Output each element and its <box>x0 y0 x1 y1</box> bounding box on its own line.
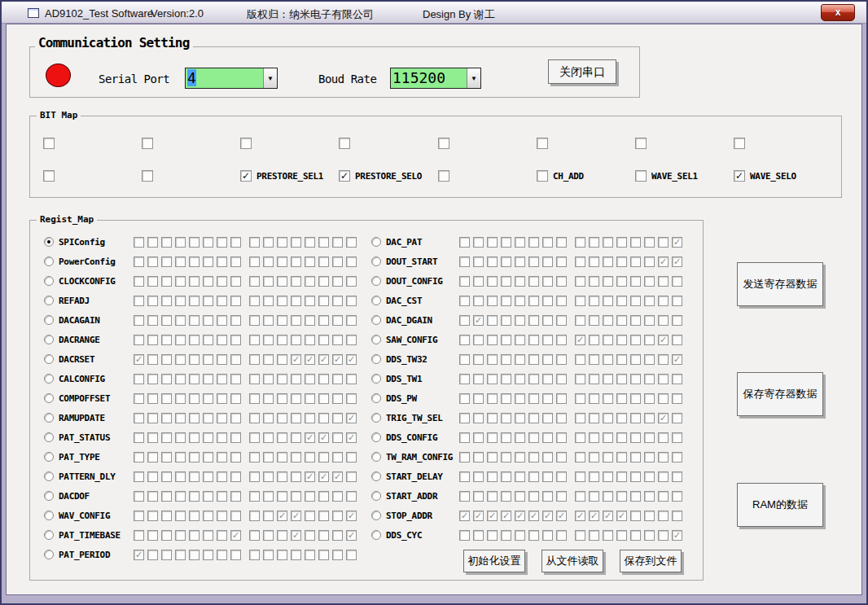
grid-checkbox[interactable] <box>672 276 682 287</box>
grid-checkbox[interactable] <box>473 413 484 423</box>
grid-checkbox[interactable] <box>603 413 613 423</box>
grid-checkbox[interactable] <box>277 550 287 560</box>
grid-checkbox[interactable] <box>459 354 470 365</box>
grid-checkbox[interactable] <box>175 315 186 326</box>
grid-checkbox[interactable] <box>589 452 599 463</box>
grid-checkbox[interactable] <box>542 432 553 443</box>
grid-checkbox[interactable] <box>277 296 287 306</box>
grid-checkbox[interactable] <box>305 393 315 404</box>
grid-checkbox[interactable] <box>318 550 329 560</box>
grid-checkbox[interactable] <box>147 471 158 482</box>
grid-checkbox[interactable] <box>556 432 567 443</box>
grid-checkbox[interactable] <box>515 256 525 267</box>
grid-checkbox[interactable] <box>528 256 539 267</box>
grid-checkbox[interactable] <box>161 413 172 423</box>
grid-checkbox[interactable] <box>542 471 553 482</box>
grid-checkbox[interactable] <box>346 256 357 267</box>
grid-checkbox[interactable] <box>189 491 199 502</box>
grid-checkbox[interactable] <box>161 237 172 248</box>
grid-checkbox[interactable] <box>556 374 567 384</box>
grid-checkbox[interactable] <box>249 374 260 384</box>
grid-checkbox[interactable] <box>305 511 315 521</box>
grid-checkbox[interactable] <box>658 511 669 521</box>
grid-checkbox[interactable] <box>575 256 585 267</box>
grid-checkbox[interactable]: ✓ <box>459 511 470 521</box>
grid-checkbox[interactable] <box>263 256 274 267</box>
grid-checkbox[interactable] <box>161 530 172 541</box>
grid-checkbox[interactable] <box>589 393 599 404</box>
grid-checkbox[interactable]: ✓ <box>346 413 357 423</box>
grid-checkbox[interactable] <box>332 432 343 443</box>
bit-checkbox[interactable] <box>635 170 647 182</box>
grid-checkbox[interactable] <box>249 413 260 423</box>
grid-checkbox[interactable] <box>501 413 511 423</box>
grid-checkbox[interactable] <box>175 432 186 443</box>
grid-checkbox[interactable] <box>603 471 613 482</box>
grid-checkbox[interactable] <box>556 413 567 423</box>
grid-checkbox[interactable] <box>217 511 227 521</box>
grid-checkbox[interactable] <box>332 335 343 345</box>
grid-checkbox[interactable] <box>134 335 144 345</box>
grid-checkbox[interactable] <box>603 491 613 502</box>
grid-checkbox[interactable] <box>487 296 498 306</box>
grid-checkbox[interactable] <box>230 393 241 404</box>
register-radio[interactable] <box>371 335 381 344</box>
grid-checkbox[interactable] <box>263 354 274 365</box>
grid-checkbox[interactable]: ✓ <box>332 354 343 365</box>
grid-checkbox[interactable] <box>616 471 627 482</box>
grid-checkbox[interactable] <box>501 530 511 541</box>
bit-checkbox[interactable] <box>142 170 153 182</box>
grid-checkbox[interactable] <box>575 393 585 404</box>
grid-checkbox[interactable] <box>616 237 627 248</box>
grid-checkbox[interactable] <box>658 471 669 482</box>
grid-checkbox[interactable] <box>501 471 511 482</box>
grid-checkbox[interactable] <box>263 550 274 560</box>
grid-checkbox[interactable] <box>217 296 227 306</box>
grid-checkbox[interactable] <box>277 237 287 248</box>
grid-checkbox[interactable] <box>189 335 199 345</box>
grid-checkbox[interactable] <box>230 315 241 326</box>
grid-checkbox[interactable] <box>542 354 553 365</box>
grid-checkbox[interactable]: ✓ <box>332 471 343 482</box>
grid-checkbox[interactable] <box>147 413 158 423</box>
grid-checkbox[interactable] <box>147 296 158 306</box>
grid-checkbox[interactable] <box>318 530 329 541</box>
grid-checkbox[interactable] <box>203 530 213 541</box>
grid-checkbox[interactable] <box>134 471 144 482</box>
grid-checkbox[interactable] <box>542 276 553 287</box>
grid-checkbox[interactable]: ✓ <box>277 511 287 521</box>
grid-checkbox[interactable] <box>134 432 144 443</box>
grid-checkbox[interactable]: ✓ <box>542 511 553 521</box>
grid-checkbox[interactable] <box>672 393 682 404</box>
grid-checkbox[interactable] <box>291 276 301 287</box>
grid-checkbox[interactable] <box>630 354 641 365</box>
grid-checkbox[interactable] <box>603 432 613 443</box>
grid-checkbox[interactable]: ✓ <box>346 511 357 521</box>
grid-checkbox[interactable] <box>487 452 498 463</box>
grid-checkbox[interactable] <box>528 315 539 326</box>
grid-checkbox[interactable] <box>161 432 172 443</box>
grid-checkbox[interactable] <box>161 452 172 463</box>
grid-checkbox[interactable] <box>277 354 287 365</box>
grid-checkbox[interactable] <box>644 256 655 267</box>
register-radio[interactable] <box>44 432 54 442</box>
grid-checkbox[interactable] <box>542 530 553 541</box>
grid-checkbox[interactable]: ✓ <box>305 471 315 482</box>
grid-checkbox[interactable] <box>134 491 144 502</box>
grid-checkbox[interactable] <box>346 315 357 326</box>
grid-checkbox[interactable]: ✓ <box>575 335 585 345</box>
grid-checkbox[interactable] <box>346 276 357 287</box>
grid-checkbox[interactable] <box>318 374 329 384</box>
read-from-file-button[interactable]: 从文件读取 <box>541 550 603 572</box>
register-radio[interactable] <box>371 530 381 540</box>
grid-checkbox[interactable] <box>603 530 613 541</box>
grid-checkbox[interactable] <box>134 452 144 463</box>
grid-checkbox[interactable] <box>230 471 241 482</box>
grid-checkbox[interactable] <box>644 452 655 463</box>
grid-checkbox[interactable] <box>556 452 567 463</box>
grid-checkbox[interactable] <box>589 296 599 306</box>
grid-checkbox[interactable] <box>346 335 357 345</box>
register-radio[interactable] <box>44 530 54 540</box>
grid-checkbox[interactable] <box>263 237 274 248</box>
grid-checkbox[interactable] <box>658 491 669 502</box>
